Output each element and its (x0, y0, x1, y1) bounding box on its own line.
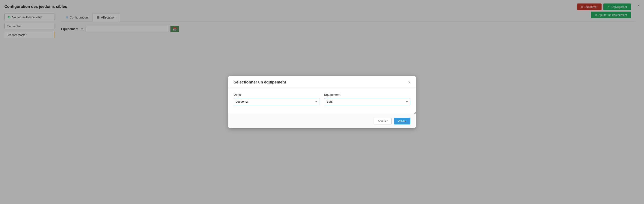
objet-label: Objet (234, 93, 320, 96)
cancel-button[interactable]: Annuler (374, 118, 392, 124)
modal-cols: Objet Jeedom2 Equipement SMS (234, 93, 410, 105)
select-equipment-modal: Sélectionner un équipement × Objet Jeedo… (228, 76, 416, 128)
modal-title: Sélectionner un équipement (234, 80, 286, 85)
modal-header: Sélectionner un équipement × (228, 76, 416, 88)
modal-col-equipment: Equipement SMS (324, 93, 410, 105)
modal-body-wrapper: Objet Jeedom2 Equipement SMS (228, 88, 416, 114)
equipment-col-label: Equipement (324, 93, 410, 96)
modal-col-objet: Objet Jeedom2 (234, 93, 320, 105)
resize-handle[interactable]: ◢ (412, 111, 416, 114)
modal-body: Objet Jeedom2 Equipement SMS (228, 88, 416, 110)
modal-footer: Annuler Valider (228, 114, 416, 128)
modal-overlay: Sélectionner un équipement × Objet Jeedo… (0, 0, 644, 204)
modal-close-button[interactable]: × (408, 80, 410, 84)
validate-button[interactable]: Valider (394, 118, 410, 124)
main-container: Configuration des jeedoms cibles × ⊖ Sup… (0, 0, 644, 204)
objet-select[interactable]: Jeedom2 (234, 98, 320, 105)
equipment-select[interactable]: SMS (324, 98, 410, 105)
